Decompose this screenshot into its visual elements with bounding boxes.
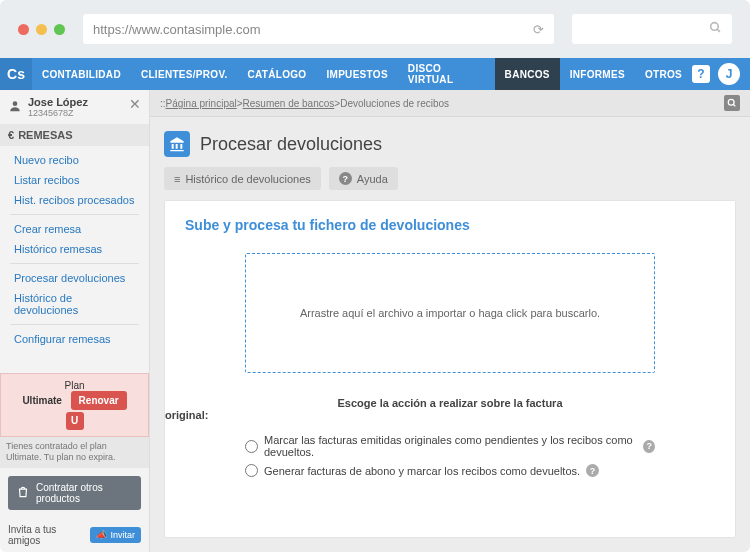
invite-button[interactable]: 📣 Invitar <box>90 527 141 543</box>
search-icon <box>709 21 722 37</box>
sidebar-item-nuevo-recibo[interactable]: Nuevo recibo <box>0 150 149 170</box>
user-name: Jose López <box>28 96 88 108</box>
url-text: https://www.contasimple.com <box>93 22 261 37</box>
svg-point-2 <box>13 101 18 106</box>
reload-icon[interactable]: ⟳ <box>533 22 544 37</box>
top-nav: Cs CONTABILIDAD CLIENTES/PROV. CATÁLOGO … <box>0 58 750 90</box>
plan-ultimate-label: Ultimate <box>22 395 61 406</box>
dropzone-text: Arrastre aquí el archivo a importar o ha… <box>300 307 600 319</box>
option-mark-pending[interactable]: Marcar las facturas emitidas originales … <box>185 431 715 461</box>
list-icon: ≡ <box>174 173 180 185</box>
svg-point-3 <box>728 99 734 105</box>
sidebar-item-crear-remesa[interactable]: Crear remesa <box>0 219 149 239</box>
page-title-row: Procesar devoluciones <box>150 117 750 167</box>
plan-badge-icon: U <box>66 412 84 430</box>
option-generate-credit[interactable]: Generar facturas de abono y marcar los r… <box>185 461 715 480</box>
crumb-resumen-bancos[interactable]: Resumen de bancos <box>243 98 335 109</box>
sidebar-section-remesas: € REMESAS <box>0 124 149 146</box>
user-avatar[interactable]: J <box>718 63 740 85</box>
address-bar[interactable]: https://www.contasimple.com ⟳ <box>83 14 554 44</box>
megaphone-icon: 📣 <box>96 530 107 540</box>
radio-mark-pending[interactable] <box>245 440 258 453</box>
window-controls <box>18 24 65 35</box>
svg-line-1 <box>717 29 720 32</box>
close-window-icon[interactable] <box>18 24 29 35</box>
nav-catalogo[interactable]: CATÁLOGO <box>238 58 317 90</box>
invite-row: Invita a tus amigos 📣 Invitar <box>0 518 149 552</box>
sidebar-item-historico-remesas[interactable]: Histórico remesas <box>0 239 149 259</box>
nav-impuestos[interactable]: IMPUESTOS <box>316 58 397 90</box>
crumb-current: Devoluciones de recibos <box>340 98 449 109</box>
option-generate-credit-label: Generar facturas de abono y marcar los r… <box>264 465 580 477</box>
user-id: 12345678Z <box>28 108 88 118</box>
help-hint-icon[interactable]: ? <box>586 464 599 477</box>
plan-card: Plan Ultimate Renovar U <box>0 373 149 437</box>
nav-informes[interactable]: INFORMES <box>560 58 635 90</box>
sidebar-item-configurar-remesas[interactable]: Configurar remesas <box>0 329 149 349</box>
nav-otros[interactable]: OTROS <box>635 58 692 90</box>
nav-disco-virtual[interactable]: DISCO VIRTUAL <box>398 58 495 90</box>
help-icon[interactable]: ? <box>692 65 710 83</box>
nav-clientes[interactable]: CLIENTES/PROV. <box>131 58 238 90</box>
sidebar-item-hist-recibos[interactable]: Hist. recibos procesados <box>0 190 149 210</box>
historico-devoluciones-label: Histórico de devoluciones <box>185 173 310 185</box>
file-dropzone[interactable]: Arrastre aquí el archivo a importar o ha… <box>245 253 655 373</box>
toolbar: ≡ Histórico de devoluciones ? Ayuda <box>150 167 750 200</box>
breadcrumb: :: Página principal > Resumen de bancos … <box>150 90 750 117</box>
svg-line-4 <box>733 104 735 106</box>
upload-panel: Sube y procesa tu fichero de devolucione… <box>164 200 736 538</box>
browser-chrome: https://www.contasimple.com ⟳ <box>0 0 750 58</box>
ayuda-label: Ayuda <box>357 173 388 185</box>
contract-products-label: Contratar otros productos <box>36 482 133 504</box>
search-icon[interactable] <box>724 95 740 111</box>
page-title: Procesar devoluciones <box>200 134 382 155</box>
shopping-bag-icon <box>16 485 30 501</box>
sidebar: Jose López 12345678Z ✕ € REMESAS Nuevo r… <box>0 90 150 552</box>
invite-button-label: Invitar <box>110 530 135 540</box>
bank-icon <box>164 131 190 157</box>
plan-label: Plan <box>64 380 84 391</box>
invite-text: Invita a tus amigos <box>8 524 84 546</box>
svg-point-0 <box>711 23 719 31</box>
sidebar-item-listar-recibos[interactable]: Listar recibos <box>0 170 149 190</box>
app-logo[interactable]: Cs <box>0 58 32 90</box>
crumb-home[interactable]: Página principal <box>166 98 237 109</box>
sidebar-item-historico-devoluciones[interactable]: Histórico de devoluciones <box>0 288 149 320</box>
plan-note: Tienes contratado el plan Ultimate. Tu p… <box>0 437 149 468</box>
contract-products-button[interactable]: Contratar otros productos <box>8 476 141 510</box>
minimize-window-icon[interactable] <box>36 24 47 35</box>
sidebar-item-procesar-devoluciones[interactable]: Procesar devoluciones <box>0 268 149 288</box>
option-mark-pending-label: Marcar las facturas emitidas originales … <box>264 434 637 458</box>
nav-contabilidad[interactable]: CONTABILIDAD <box>32 58 131 90</box>
browser-search[interactable] <box>572 14 732 44</box>
maximize-window-icon[interactable] <box>54 24 65 35</box>
main-content: :: Página principal > Resumen de bancos … <box>150 90 750 552</box>
euro-icon: € <box>8 129 14 141</box>
sidebar-section-label: REMESAS <box>18 129 72 141</box>
help-hint-icon[interactable]: ? <box>643 440 655 453</box>
radio-generate-credit[interactable] <box>245 464 258 477</box>
action-heading: Escoge la acción a realizar sobre la fac… <box>185 397 715 421</box>
renew-button[interactable]: Renovar <box>71 391 127 410</box>
question-icon: ? <box>339 172 352 185</box>
historico-devoluciones-button[interactable]: ≡ Histórico de devoluciones <box>164 167 321 190</box>
nav-bancos[interactable]: BANCOS <box>495 58 560 90</box>
ayuda-button[interactable]: ? Ayuda <box>329 167 398 190</box>
panel-heading: Sube y procesa tu fichero de devolucione… <box>185 217 715 233</box>
collapse-sidebar-icon[interactable]: ✕ <box>129 96 141 112</box>
user-block[interactable]: Jose López 12345678Z ✕ <box>0 90 149 124</box>
user-icon <box>8 99 22 115</box>
